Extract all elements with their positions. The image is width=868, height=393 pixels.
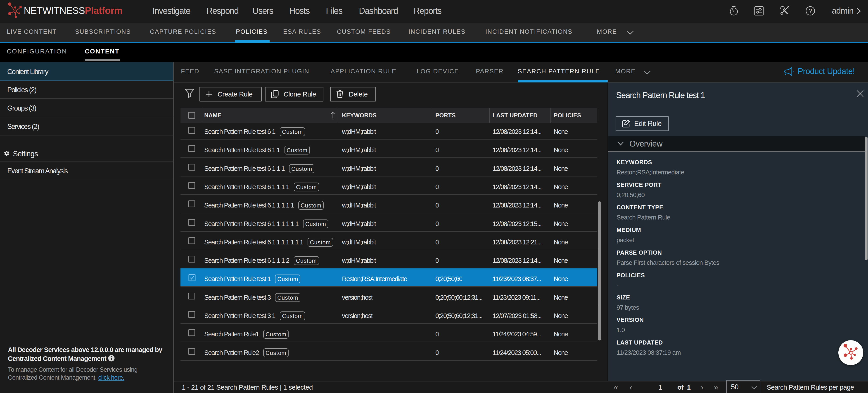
svg-text:?: ? (809, 7, 812, 14)
